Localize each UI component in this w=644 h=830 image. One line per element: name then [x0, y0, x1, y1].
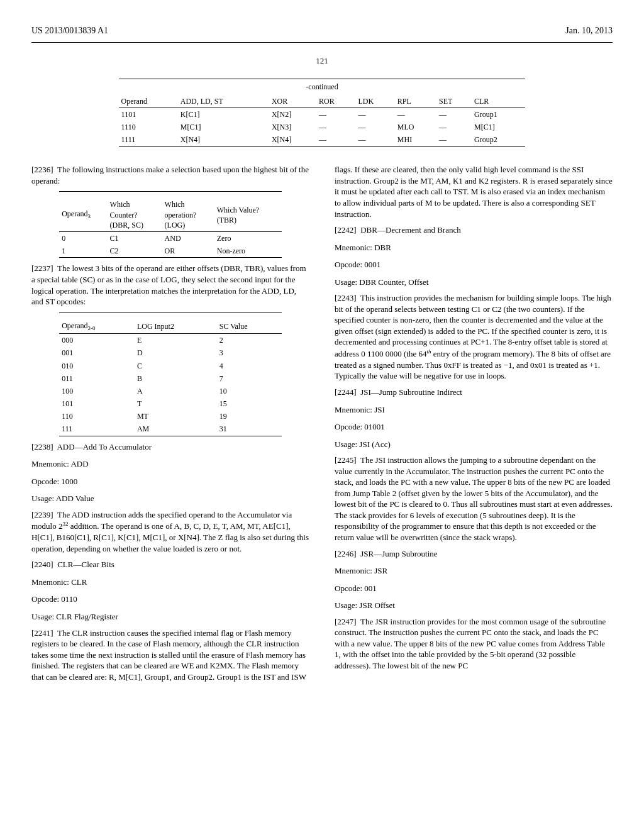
table-row: 1110 M[C1] X[N3] — — MLO — M[C1] [119, 121, 526, 133]
paragraph-2237: [2237] The lowest 3 bits of the operand … [31, 263, 309, 307]
table-operand3: Operand3 WhichCounter?(DBR, SC) Whichope… [59, 191, 282, 258]
paragraph-2241: [2241] The CLR instruction causes the sp… [31, 628, 309, 683]
jsi-opcode: Opcode: 01001 [335, 421, 613, 433]
th-clr: CLR [472, 95, 525, 108]
table-row: 1 C2 OR Non-zero [59, 245, 282, 258]
th-operand: Operand [119, 95, 178, 108]
table-row: 101T15 [59, 397, 282, 410]
table-row: 0 C1 AND Zero [59, 232, 282, 245]
table-row: 110MT19 [59, 410, 282, 423]
table-row: 1101 K[C1] X[N2] — — — — Group1 [119, 108, 526, 121]
dbr-mnemonic: Mnemonic: DBR [335, 242, 613, 253]
dbr-usage: Usage: DBR Counter, Offset [335, 277, 613, 288]
jsr-mnemonic: Mnemonic: JSR [335, 565, 613, 577]
dbr-opcode: Opcode: 0001 [335, 259, 613, 270]
clr-usage: Usage: CLR Flag/Register [31, 611, 309, 622]
paragraph-right-top: flags. If these are cleared, then the on… [335, 164, 613, 219]
jsr-opcode: Opcode: 001 [335, 583, 613, 594]
paragraph-2236: [2236] The following instructions make a… [31, 164, 309, 186]
page-header: US 2013/0013839 A1 Jan. 10, 2013 [31, 25, 613, 37]
th-operation: Whichoperation?(LOG) [162, 198, 214, 231]
page-number: 121 [31, 55, 613, 67]
paragraph-2239: [2239] The ADD instruction adds the spec… [31, 509, 309, 555]
paragraph-2242: [2242] DBR—Decrement and Branch [335, 224, 613, 236]
clr-opcode: Opcode: 0110 [31, 594, 309, 605]
table-row: 010C4 [59, 360, 282, 372]
publication-number: US 2013/0013839 A1 [31, 25, 108, 37]
th-operand20: Operand2-0 [59, 319, 135, 334]
clr-mnemonic: Mnemonic: CLR [31, 577, 309, 588]
th-add: ADD, LD, ST [178, 95, 269, 108]
jsi-usage: Usage: JSI (Acc) [335, 439, 613, 450]
table-operand20: Operand2-0 LOG Input2 SC Value 000E2 001… [59, 313, 282, 436]
header-rule [31, 42, 613, 43]
add-usage: Usage: ADD Value [31, 493, 309, 504]
table-row: 000E2 [59, 334, 282, 347]
paragraph-2247: [2247] The JSR instruction provides for … [335, 616, 613, 672]
paragraph-2238: [2238] ADD—Add To Accumulator [31, 441, 309, 453]
jsi-mnemonic: Mnemonic: JSI [335, 404, 613, 416]
th-xor: XOR [269, 95, 316, 108]
th-rpl: RPL [395, 95, 436, 108]
paragraph-2240: [2240] CLR—Clear Bits [31, 559, 309, 570]
th-ror: ROR [316, 95, 355, 108]
add-mnemonic: Mnemonic: ADD [31, 458, 309, 470]
th-loginput2: LOG Input2 [135, 319, 217, 334]
table-row: 001D3 [59, 346, 282, 359]
jsr-usage: Usage: JSR Offset [335, 600, 613, 611]
add-opcode: Opcode: 1000 [31, 476, 309, 487]
th-set: SET [436, 95, 472, 108]
table-title: -continued [119, 79, 526, 95]
th-ldk: LDK [355, 95, 394, 108]
publication-date: Jan. 10, 2013 [565, 25, 613, 37]
left-column: [2236] The following instructions make a… [31, 159, 309, 687]
table-continued: -continued Operand ADD, LD, ST XOR ROR L… [119, 79, 526, 147]
paragraph-2246: [2246] JSR—Jump Subroutine [335, 548, 613, 560]
right-column: flags. If these are cleared, then the on… [335, 159, 613, 687]
paragraph-2243: [2243] This instruction provides the mec… [335, 292, 613, 382]
paragraph-2244: [2244] JSI—Jump Subroutine Indirect [335, 387, 613, 398]
th-counter: WhichCounter?(DBR, SC) [108, 198, 162, 231]
paragraph-2245: [2245] The JSI instruction allows the ju… [335, 455, 613, 543]
table-row: 100A10 [59, 385, 282, 397]
table-row: 111AM31 [59, 423, 282, 436]
th-scvalue: SC Value [217, 319, 282, 334]
table-row: 011B7 [59, 372, 282, 385]
th-operand3: Operand3 [59, 198, 107, 231]
th-value: Which Value?(TBR) [214, 198, 282, 231]
table-row: 1111 X[N4] X[N4] — — MHI — Group2 [119, 133, 526, 147]
